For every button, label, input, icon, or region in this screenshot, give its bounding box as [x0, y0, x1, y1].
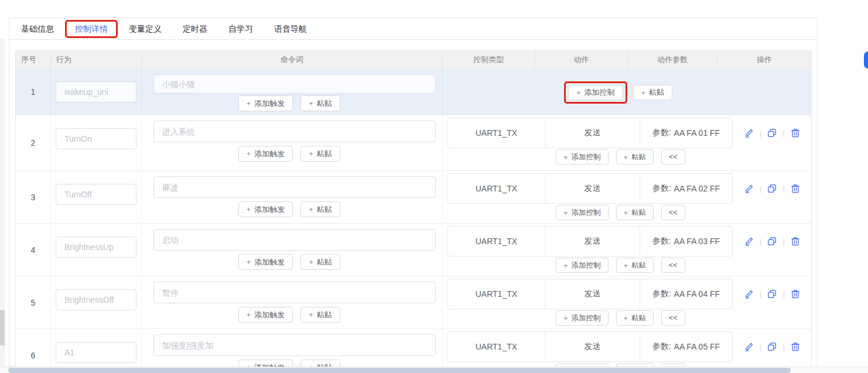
header-control-type: 控制类型 — [443, 51, 535, 69]
add-control-button[interactable]: +添加控制 — [568, 85, 623, 100]
row-seq: 4 — [16, 224, 51, 276]
plus-icon: + — [247, 99, 251, 108]
action-param-value: 参数:AA FA 04 FF — [640, 279, 732, 309]
trash-icon[interactable] — [790, 289, 801, 299]
icon-divider: | — [760, 290, 761, 299]
paste-control-button[interactable]: +粘贴 — [616, 310, 654, 326]
behavior-input[interactable] — [56, 128, 136, 149]
header-seq: 序号 — [16, 51, 51, 69]
command-input[interactable] — [153, 229, 436, 251]
tab-basic-info[interactable]: 基础信息 — [11, 18, 64, 39]
icon-divider: | — [782, 129, 784, 138]
command-input[interactable] — [153, 176, 436, 198]
tab-bar: 基础信息 控制详情 变量定义 定时器 自学习 语音导航 — [9, 18, 817, 40]
add-control-button[interactable]: +添加控制 — [556, 258, 609, 273]
collapse-button[interactable]: << — [661, 310, 685, 326]
paste-trigger-button[interactable]: +粘贴 — [300, 95, 340, 111]
paste-control-button[interactable]: +粘贴 — [616, 258, 654, 273]
plus-icon: + — [563, 208, 568, 217]
trash-icon[interactable] — [790, 128, 801, 138]
add-trigger-button[interactable]: +添加触发 — [238, 254, 293, 270]
plus-icon: + — [563, 314, 568, 323]
collapse-button[interactable]: << — [661, 205, 685, 220]
copy-icon[interactable] — [767, 341, 777, 352]
horizontal-scrollbar-thumb[interactable] — [8, 368, 791, 373]
icon-divider: | — [760, 129, 761, 138]
row-seq: 2 — [16, 115, 51, 170]
add-control-button[interactable]: +添加控制 — [556, 205, 609, 220]
command-input[interactable] — [153, 282, 436, 303]
copy-icon[interactable] — [767, 183, 777, 194]
edit-icon[interactable] — [744, 236, 754, 247]
command-input[interactable] — [153, 334, 436, 356]
horizontal-scrollbar[interactable] — [0, 367, 868, 373]
collapse-button[interactable]: << — [661, 149, 685, 165]
plus-icon: + — [624, 314, 628, 323]
row-seq: 1 — [16, 69, 51, 115]
tab-self-learning[interactable]: 自学习 — [218, 18, 264, 39]
paste-trigger-button[interactable]: +粘贴 — [300, 307, 340, 323]
table-row: 3 +添加触发 +粘贴 UART1_TX 发送 参数:AA FA 02 FF — [16, 171, 811, 224]
paste-control-button[interactable]: +粘贴 — [616, 149, 654, 165]
icon-divider: | — [760, 237, 761, 246]
command-input[interactable] — [153, 74, 436, 94]
control-item: UART1_TX 发送 参数:AA FA 02 FF — [447, 173, 733, 204]
behavior-input[interactable] — [56, 237, 136, 258]
tab-timer[interactable]: 定时器 — [172, 18, 218, 39]
row-seq: 3 — [16, 171, 51, 223]
action-value: 发送 — [545, 227, 640, 256]
tab-voice-navigation[interactable]: 语音导航 — [264, 18, 317, 39]
paste-control-button[interactable]: +粘贴 — [616, 205, 654, 220]
copy-icon[interactable] — [767, 236, 777, 247]
edit-icon[interactable] — [744, 183, 754, 194]
edit-icon[interactable] — [744, 289, 754, 299]
command-table: 序号 行为 命令词 控制类型 动作 动作参数 操作 1 +添加触发 +粘贴 — [15, 50, 812, 373]
tab-variable-definition[interactable]: 变量定义 — [118, 18, 172, 39]
paste-control-button[interactable]: +粘贴 — [633, 85, 673, 100]
copy-icon[interactable] — [767, 289, 777, 299]
plus-icon: + — [309, 205, 313, 214]
add-trigger-button[interactable]: +添加触发 — [238, 307, 293, 323]
edit-icon[interactable] — [744, 128, 754, 138]
behavior-input[interactable] — [56, 81, 136, 102]
add-trigger-button[interactable]: +添加触发 — [238, 95, 293, 111]
behavior-input[interactable] — [56, 342, 136, 363]
add-control-button[interactable]: +添加控制 — [556, 149, 609, 165]
control-type-value: UART1_TX — [448, 332, 545, 361]
add-control-button[interactable]: +添加控制 — [556, 310, 609, 326]
action-value: 发送 — [545, 174, 640, 203]
row-seq: 5 — [16, 276, 51, 328]
paste-trigger-button[interactable]: +粘贴 — [300, 201, 340, 217]
control-type-value: UART1_TX — [448, 279, 545, 309]
plus-icon: + — [309, 310, 313, 319]
add-trigger-button[interactable]: +添加触发 — [238, 146, 293, 162]
plus-icon: + — [309, 149, 313, 158]
left-scrollbar-thumb[interactable] — [0, 310, 5, 345]
plus-icon: + — [624, 261, 628, 270]
annotation-red-box-add-control: +添加控制 — [564, 81, 627, 104]
side-panel-handle[interactable] — [864, 52, 868, 69]
trash-icon[interactable] — [790, 236, 801, 247]
plus-icon: + — [247, 258, 251, 266]
behavior-input[interactable] — [56, 184, 136, 205]
action-param-value: 参数:AA FA 01 FF — [640, 118, 732, 148]
behavior-input[interactable] — [56, 289, 136, 310]
icon-divider: | — [782, 237, 784, 246]
command-input[interactable] — [153, 121, 436, 142]
paste-trigger-button[interactable]: +粘贴 — [300, 254, 340, 270]
trash-icon[interactable] — [790, 341, 801, 352]
trash-icon[interactable] — [790, 183, 801, 194]
control-type-value: UART1_TX — [448, 118, 545, 148]
add-trigger-button[interactable]: +添加触发 — [238, 201, 293, 217]
control-detail-page: 基础信息 控制详情 变量定义 定时器 自学习 语音导航 序号 行为 命令词 控制… — [0, 0, 868, 373]
header-behavior: 行为 — [51, 51, 142, 69]
collapse-button[interactable]: << — [661, 258, 685, 273]
edit-icon[interactable] — [744, 341, 754, 352]
action-param-value: 参数:AA FA 02 FF — [640, 174, 732, 203]
copy-icon[interactable] — [767, 128, 777, 138]
tab-control-detail[interactable]: 控制详情 — [64, 18, 118, 40]
plus-icon: + — [247, 205, 251, 214]
paste-trigger-button[interactable]: +粘贴 — [300, 146, 340, 162]
header-action: 动作 — [535, 51, 628, 69]
table-row: 4 +添加触发 +粘贴 UART1_TX 发送 参数:AA FA 03 FF — [16, 224, 811, 276]
